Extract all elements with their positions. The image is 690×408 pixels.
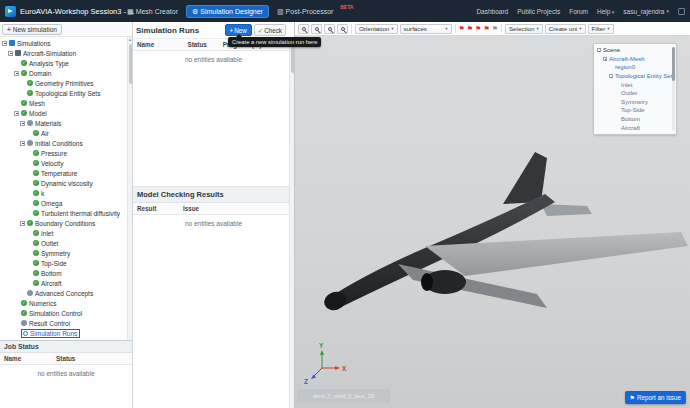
scene-item-aircraft-mesh[interactable]: Aircraft-Mesh (597, 55, 670, 64)
tree-item-label: k (41, 190, 44, 197)
collapse-icon[interactable] (603, 57, 607, 61)
viewport-3d[interactable]: Orientation ▾ surfaces ▾ ⚑ ⚑ ⚑ ⚑ ⚑ Selec… (295, 22, 690, 408)
collapse-icon[interactable] (20, 121, 25, 126)
tree-item-aircraft[interactable]: ✓Aircraft (0, 278, 132, 288)
user-menu[interactable]: sasu_rajendra ▾ (623, 8, 669, 15)
tree-item-materials[interactable]: Materials (0, 118, 132, 128)
dot-icon (27, 140, 33, 146)
collapse-icon[interactable] (2, 41, 7, 46)
scene-item-aircraft[interactable]: Aircraft (597, 123, 670, 132)
scrollbar-thumb[interactable] (672, 47, 675, 81)
tree-scrollbar[interactable]: ▲ (127, 37, 132, 340)
filter-dropdown[interactable]: Filter ▾ (588, 24, 614, 34)
tree-item-advanced-concepts[interactable]: Advanced Concepts (0, 288, 132, 298)
tree-item-mesh[interactable]: ✓Mesh (0, 98, 132, 108)
scene-item-symmetry[interactable]: Symmetry (597, 98, 670, 107)
apps-menu-icon[interactable] (678, 8, 685, 15)
tree-item-analysis-type[interactable]: ✓Analysis Type (0, 58, 132, 68)
scene-item-top-side[interactable]: Top-Side (597, 106, 670, 115)
tree-item-outlet[interactable]: ✓Outlet (0, 238, 132, 248)
collapse-icon[interactable] (597, 48, 601, 52)
nav-link-help[interactable]: Help ▾ (597, 8, 614, 15)
runs-empty-message: no entities available (133, 51, 294, 68)
flag-tool-icon[interactable]: ⚑ (483, 24, 489, 34)
tree-item-top-side[interactable]: ✓Top-Side (0, 258, 132, 268)
tab-mesh-creator[interactable]: ▦Mesh Creator (122, 6, 183, 17)
tree-item-label: Topological Entity Sets (35, 90, 100, 97)
tree-item-domain[interactable]: ✓Domain (0, 68, 132, 78)
collapse-icon[interactable] (609, 74, 613, 78)
tree-item-bottom[interactable]: ✓Bottom (0, 268, 132, 278)
collapse-icon[interactable] (14, 111, 19, 116)
aircraft-model[interactable] (321, 152, 688, 313)
surfaces-dropdown[interactable]: surfaces ▾ (400, 24, 452, 34)
check-icon: ✓ (27, 80, 33, 86)
flag-tool-icon[interactable]: ⚑ (467, 24, 473, 34)
tree-item-topological-entity-sets[interactable]: ✓Topological Entity Sets (0, 88, 132, 98)
collapse-icon[interactable] (14, 71, 19, 76)
nav-link-forum[interactable]: Forum (569, 8, 588, 15)
project-title[interactable]: EuroAVIA-Workshop Session3 - ... (20, 7, 134, 16)
tree-item-label: Top-Side (41, 260, 67, 267)
tree-item-symmetry[interactable]: ✓Symmetry (0, 248, 132, 258)
new-simulation-button[interactable]: + New simulation (2, 24, 62, 35)
tree-item-label: Geometry Primitives (35, 80, 94, 87)
zoom-out-icon[interactable] (324, 24, 335, 34)
tree-item-air[interactable]: ✓Air (0, 128, 132, 138)
scene-item-outlet[interactable]: Outlet (597, 89, 670, 98)
chart-icon: ▥ (277, 8, 284, 15)
flag-tool-icon[interactable]: ⚑ (475, 24, 481, 34)
create-union-dropdown[interactable]: Create uni ▾ (545, 24, 586, 34)
tab-simulation-designer[interactable]: ⚙Simulation Designer (187, 6, 268, 17)
tree-item-model[interactable]: ✓Model (0, 108, 132, 118)
tree-item-initial-conditions[interactable]: Initial Conditions (0, 138, 132, 148)
tree-item-simulation-control[interactable]: ✓Simulation Control (0, 308, 132, 318)
scene-tree-scrollbar[interactable] (672, 47, 675, 131)
tree-item-omega[interactable]: ✓Omega (0, 198, 132, 208)
tree-item-geometry-primitives[interactable]: ✓Geometry Primitives (0, 78, 132, 88)
scene-item-inlet[interactable]: Inlet (597, 80, 670, 89)
check-button[interactable]: ✓ Check (254, 24, 286, 36)
tree-item-dynamic-viscosity[interactable]: ✓Dynamic viscosity (0, 178, 132, 188)
scrollbar-thumb[interactable] (291, 45, 295, 73)
simscale-logo-icon[interactable] (5, 6, 16, 17)
zoom-fit-icon[interactable] (298, 24, 309, 34)
tree-item-k[interactable]: ✓k (0, 188, 132, 198)
collapse-icon[interactable] (20, 221, 25, 226)
tree-item-aircraft-simulation[interactable]: Aircraft-Simulation (0, 48, 132, 58)
collapse-icon[interactable] (20, 141, 25, 146)
selection-dropdown[interactable]: Selection ▾ (505, 24, 543, 34)
tree-item-inlet[interactable]: ✓Inlet (0, 228, 132, 238)
tree-item-numerics[interactable]: ✓Numerics (0, 298, 132, 308)
report-issue-button[interactable]: ⚑ Report an issue (625, 391, 687, 404)
scroll-up-icon[interactable]: ▲ (128, 37, 132, 43)
new-simulation-label: New simulation (13, 26, 57, 33)
tree-item-pressure[interactable]: ✓Pressure (0, 148, 132, 158)
collapse-icon[interactable] (8, 51, 13, 56)
zoom-window-icon[interactable] (337, 24, 348, 34)
tree-item-velocity[interactable]: ✓Velocity (0, 158, 132, 168)
orientation-dropdown[interactable]: Orientation ▾ (355, 24, 398, 34)
scene-item-region0[interactable]: region0 (597, 63, 670, 72)
tab-post-processor[interactable]: ▥Post-ProcessorBETA (272, 6, 338, 17)
check-icon: ✓ (33, 160, 39, 166)
flag-tool-disabled-icon[interactable]: ⚑ (492, 24, 498, 34)
flag-tool-icon[interactable]: ⚑ (459, 24, 465, 34)
scrollbar-thumb[interactable] (129, 44, 133, 84)
check-icon: ✓ (21, 60, 27, 66)
tree-item-boundary-conditions[interactable]: ✓Boundary Conditions (0, 218, 132, 228)
scene-item-scene[interactable]: Scene (597, 46, 670, 55)
nav-link-dashboard[interactable]: Dashboard (476, 8, 508, 15)
scene-item-bottom[interactable]: Bottom (597, 115, 670, 124)
runs-panel-scrollbar[interactable]: ▲ (289, 38, 294, 408)
tab-label: Simulation Designer (200, 8, 263, 15)
tree-item-result-control[interactable]: Result Control (0, 318, 132, 328)
tree-item-temperature[interactable]: ✓Temperature (0, 168, 132, 178)
tree-item-turbulent-thermal-diffusivity[interactable]: ✓Turbulent thermal diffusivity (0, 208, 132, 218)
tree-item-simulations[interactable]: Simulations (0, 38, 132, 48)
nav-link-public-projects[interactable]: Public Projects (517, 8, 560, 15)
zoom-in-icon[interactable] (311, 24, 322, 34)
column-header-name: Name (4, 355, 56, 362)
tree-item-simulation-runs[interactable]: Simulation Runs (0, 328, 132, 338)
scene-item-topological-entity-sets[interactable]: Topological Entity Sets (597, 72, 670, 81)
